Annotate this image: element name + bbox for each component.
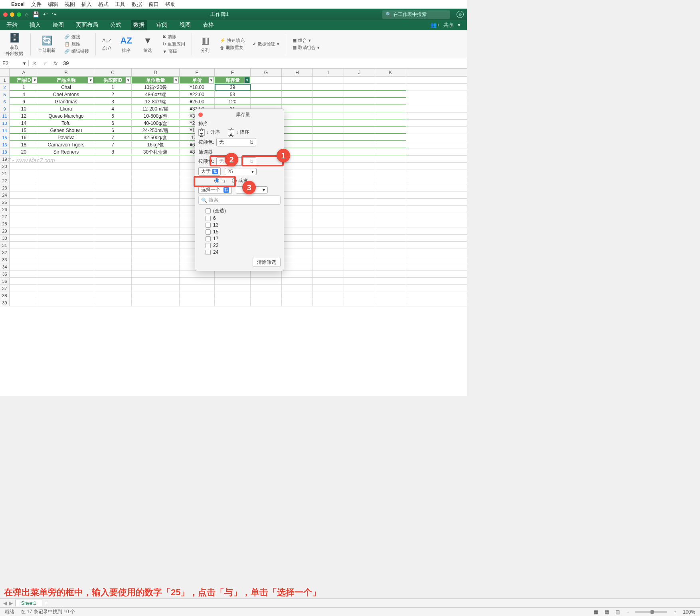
filter-dropdown-icon[interactable]: ▾	[173, 77, 179, 83]
operator-select[interactable]: 大于⇅	[198, 167, 221, 176]
tab-data[interactable]: 数据	[131, 20, 147, 30]
menu-edit[interactable]: 编辑	[48, 1, 58, 8]
cell[interactable]: 10箱×20袋	[132, 84, 180, 91]
cell[interactable]: 16	[10, 134, 38, 141]
cell[interactable]: 14	[10, 120, 38, 126]
cell[interactable]: 40-100g/盒	[132, 120, 180, 126]
cell[interactable]: 24-250ml/瓶	[132, 127, 180, 134]
cb-item[interactable]: 6	[206, 215, 281, 221]
menu-help[interactable]: 帮助	[165, 1, 176, 8]
cell[interactable]: 6	[94, 120, 132, 126]
save-icon[interactable]: 💾	[32, 11, 39, 18]
menu-format[interactable]: 格式	[98, 1, 109, 8]
cell[interactable]: 8	[94, 148, 132, 155]
menu-file[interactable]: 文件	[31, 1, 42, 8]
sort-button[interactable]: AZ 排序	[118, 35, 134, 53]
app-name[interactable]: Excel	[11, 1, 25, 7]
cell[interactable]: 7	[94, 134, 132, 141]
sort-asc-option[interactable]: AZ↓ 升序	[198, 129, 220, 136]
text-to-columns-button[interactable]: ▥ 分列	[197, 35, 214, 53]
cell[interactable]: 12-8oz/罐	[132, 98, 180, 105]
cell[interactable]: Chef Antons	[38, 91, 94, 98]
sort-asc-button[interactable]: A↓Z	[102, 38, 111, 43]
cell[interactable]: 18	[10, 141, 38, 148]
search-input[interactable]: 🔍 在工作表中搜索	[382, 10, 450, 19]
undo-icon[interactable]: ↶	[43, 11, 48, 18]
cell[interactable]: Chai	[38, 84, 94, 91]
properties-button[interactable]: 📋 属性	[64, 41, 89, 47]
cell[interactable]: Sir Redners	[38, 148, 94, 155]
cancel-icon[interactable]: ✕	[29, 60, 40, 66]
value-input[interactable]: 25▾	[225, 168, 257, 175]
filter-dropdown-icon[interactable]: ▾	[208, 77, 214, 83]
user-icon[interactable]: ☺	[457, 11, 464, 18]
cell[interactable]: 3	[94, 98, 132, 105]
advanced-button[interactable]: ▼ 高级	[162, 48, 185, 54]
mac-menubar[interactable]: Excel 文件 编辑 视图 插入 格式 工具 数据 窗口 帮助	[0, 0, 467, 9]
formula-input[interactable]: 39	[61, 60, 71, 66]
cell[interactable]: 1	[10, 84, 38, 91]
cell[interactable]: 120	[215, 98, 251, 105]
get-external-data-button[interactable]: 🗄️ 获取 外部数据	[3, 32, 26, 57]
cell[interactable]: 16kg/包	[132, 141, 180, 148]
cell[interactable]: Tofu	[38, 120, 94, 126]
cell[interactable]: 6	[94, 127, 132, 134]
refresh-all-button[interactable]: 🔄 全部刷新	[36, 35, 58, 53]
tab-review[interactable]: 审阅	[154, 20, 170, 30]
cb-item[interactable]: 13	[206, 222, 281, 228]
cell[interactable]: 12-200ml/罐	[132, 105, 180, 112]
sort-desc-option[interactable]: ZA↓ 降序	[228, 129, 249, 136]
filter-checkbox-list[interactable]: (全选) 6 13 15 17 22 24	[198, 206, 281, 256]
cell[interactable]: 1	[94, 84, 132, 91]
filter-search-input[interactable]: 🔍 搜索	[198, 195, 281, 205]
cell[interactable]: 4	[10, 91, 38, 98]
popup-close-icon[interactable]	[198, 113, 203, 117]
cell[interactable]: Grandmas	[38, 98, 94, 105]
fx-icon[interactable]: fx	[50, 60, 61, 66]
home-icon[interactable]: ⌂	[25, 11, 28, 18]
cell[interactable]: 2	[94, 91, 132, 98]
name-box[interactable]: F2▾	[0, 60, 29, 66]
tab-draw[interactable]: 绘图	[50, 20, 66, 30]
filter-dropdown-icon[interactable]: ▾	[88, 77, 93, 83]
cell[interactable]: 32-500g/盒	[132, 134, 180, 141]
cell[interactable]: 10-500g/包	[132, 113, 180, 119]
menu-window[interactable]: 窗口	[148, 1, 159, 8]
ungroup-button[interactable]: ▦ 取消组合 ▾	[293, 45, 320, 51]
share-button[interactable]: 👥+ 共享 ▾	[428, 20, 463, 30]
cb-item[interactable]: 15	[206, 229, 281, 235]
cell[interactable]: Carnarvon Tigers	[38, 141, 94, 148]
group-button[interactable]: ▦ 组合 ▾	[293, 38, 320, 43]
edit-links-button[interactable]: 🔗 编辑链接	[64, 48, 89, 54]
cb-item[interactable]: 17	[206, 236, 281, 241]
cell[interactable]: 7	[94, 141, 132, 148]
menu-tools[interactable]: 工具	[115, 1, 125, 8]
menu-insert[interactable]: 插入	[81, 1, 92, 8]
filter-dropdown-icon[interactable]: ▾	[125, 77, 131, 83]
cb-all[interactable]: (全选)	[206, 207, 281, 214]
cell[interactable]: 5	[94, 113, 132, 119]
cell[interactable]: Paviova	[38, 134, 94, 141]
color-select[interactable]: 无⇅	[216, 138, 256, 146]
close-icon[interactable]	[3, 12, 8, 17]
cell[interactable]: 15	[10, 127, 38, 134]
column-headers[interactable]: AB CD EF GH IJ K	[0, 69, 467, 77]
redo-icon[interactable]: ↷	[52, 11, 57, 18]
tab-view[interactable]: 视图	[177, 20, 193, 30]
filter-dropdown-icon[interactable]: ▾	[244, 77, 250, 83]
filter-dropdown-icon[interactable]: ▾	[32, 77, 38, 83]
reapply-button[interactable]: ↻ 重新应用	[162, 41, 185, 47]
clear-filter-button[interactable]: 清除筛选	[253, 258, 281, 267]
cell[interactable]: Lkura	[38, 105, 94, 112]
tab-table[interactable]: 表格	[200, 20, 216, 30]
traffic-lights[interactable]	[3, 12, 21, 17]
sort-desc-button[interactable]: Z↓A	[102, 45, 111, 51]
menu-view[interactable]: 视图	[65, 1, 75, 8]
cell[interactable]: ¥22.00	[180, 91, 215, 98]
cell[interactable]: 20	[10, 148, 38, 155]
filter-button[interactable]: ▼ 筛选	[139, 35, 156, 53]
tab-layout[interactable]: 页面布局	[73, 20, 101, 30]
cell[interactable]: 30个礼盒装	[132, 148, 180, 155]
cell[interactable]: 39	[215, 84, 251, 91]
cell[interactable]: 12	[10, 113, 38, 119]
